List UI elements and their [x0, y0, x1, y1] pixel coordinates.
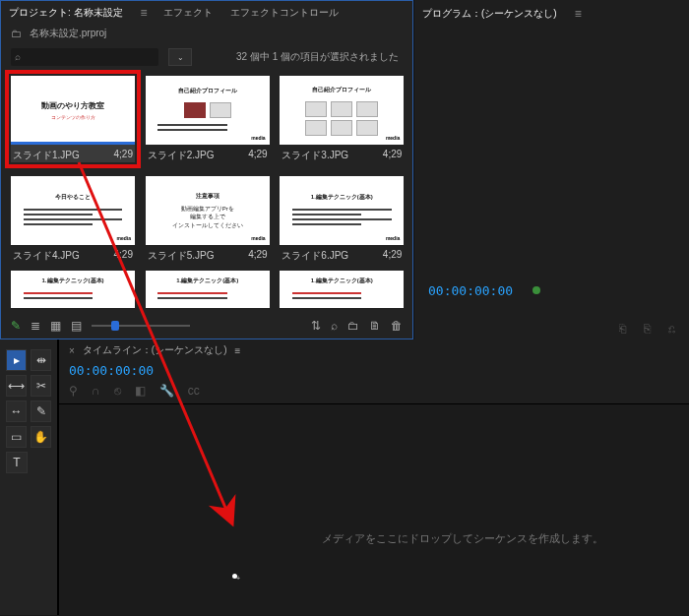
tab-effects[interactable]: エフェクト [161, 2, 215, 24]
timeline-panel: × タイムライン：(シーケンスなし) ≡ 00:00:00:00 ⚲ ∩ ⎋ ◧… [59, 339, 689, 615]
slip-tool[interactable]: ↔ [6, 400, 27, 422]
thumb-name: スライド2.JPG [148, 149, 215, 162]
thumb-slide-3[interactable]: 自己紹介プロフィール media スライド3.JPG 4;29 [280, 76, 404, 168]
thumb-name: スライド1.JPG [13, 149, 80, 162]
timeline-timecode: 00:00:00:00 [59, 361, 689, 384]
thumb-name: スライド3.JPG [282, 149, 348, 162]
thumb-title: 1.編集テクニック(基本) [311, 193, 373, 202]
track-select-tool[interactable]: ⇹ [31, 349, 51, 371]
list-view-icon[interactable]: ≣ [31, 319, 40, 333]
mark-out-icon[interactable]: ⎘ [644, 322, 651, 336]
delete-icon[interactable]: 🗑 [391, 319, 403, 333]
thumb-title: 今日やること [55, 193, 91, 202]
linked-selection-icon[interactable]: ⎋ [114, 384, 121, 398]
project-search-input[interactable] [11, 48, 158, 66]
thumb-title: 自己紹介プロフィール [312, 86, 371, 94]
thumb-duration: 4;29 [383, 149, 402, 162]
panel-menu-icon[interactable]: ≡ [141, 6, 148, 20]
thumb-title: 1.編集テクニック(基本) [311, 277, 373, 285]
thumb-title: 1.編集テクニック(基本) [176, 277, 238, 285]
thumb-slide-4[interactable]: 今日やること media スライド4.JPG 4;29 [11, 176, 135, 263]
snap-icon[interactable]: ⚲ [69, 384, 78, 398]
drag-cursor-icon: + [232, 572, 241, 581]
thumb-name: スライド4.JPG [13, 249, 80, 263]
thumb-subtitle: コンテンツの作り方 [51, 114, 95, 120]
rectangle-tool[interactable]: ▭ [6, 426, 27, 448]
thumb-duration: 4;29 [383, 249, 402, 263]
new-item-button-icon[interactable]: 🗎 [369, 319, 381, 333]
thumb-title: 1.編集テクニック(基本) [42, 277, 104, 285]
program-monitor-panel: プログラム：(シーケンスなし) ≡ 00:00:00:00 ⎗ ⎘ ⎌ [413, 0, 689, 339]
selection-status: 32 個中 1 個の項目が選択されました [236, 50, 403, 64]
close-tab-icon[interactable]: × [69, 345, 75, 356]
marker-icon[interactable]: ◧ [135, 384, 146, 398]
project-thumb-grid: 動画のやり方教室 コンテンツの作り方 スライド1.JPG 4;29 自己紹介プロ… [1, 70, 412, 313]
tools-panel: ▸ ⇹ ⟷ ✂ ↔ ✎ ▭ ✋ T [0, 339, 59, 615]
icon-view-icon[interactable]: ▦ [50, 319, 61, 333]
program-timecode: 00:00:00:00 [428, 283, 513, 298]
project-panel-footer: ✎ ≣ ▦ ▤ ⇅ ⌕ 🗀 🗎 🗑 [1, 313, 412, 339]
pen-tool[interactable]: ✎ [31, 400, 51, 422]
folder-icon: 🗀 [11, 28, 22, 39]
project-panel: プロジェクト: 名称未設定 ≡ エフェクト エフェクトコントロール 🗀 名称未設… [0, 0, 413, 339]
hand-tool[interactable]: ✋ [31, 426, 51, 448]
settings-icon[interactable]: 🔧 [159, 384, 174, 398]
sort-icon[interactable]: ⇅ [311, 319, 321, 333]
zoom-slider[interactable] [92, 325, 190, 327]
tab-program[interactable]: プログラム：(シーケンスなし) [420, 3, 559, 25]
export-frame-icon[interactable]: ⎌ [668, 322, 675, 336]
ripple-edit-tool[interactable]: ⟷ [6, 375, 27, 397]
program-controls: ⎗ ⎘ ⎌ [414, 322, 689, 336]
thumb-slide-2[interactable]: 自己紹介プロフィール media スライド2.JPG 4;29 [146, 76, 270, 168]
tab-project[interactable]: プロジェクト: 名称未設定 [7, 2, 125, 24]
type-tool[interactable]: T [6, 452, 28, 473]
filter-dropdown[interactable]: ⌄ [168, 48, 192, 66]
thumb-slide-6[interactable]: 1.編集テクニック(基本) media スライド6.JPG 4;29 [280, 176, 404, 263]
program-status-dot [532, 286, 540, 294]
thumb-slide-7[interactable]: 1.編集テクニック(基本) [11, 271, 135, 308]
project-panel-tabs: プロジェクト: 名称未設定 ≡ エフェクト エフェクトコントロール [1, 1, 412, 25]
thumb-duration: 4;29 [114, 149, 133, 162]
thumb-duration: 4;29 [248, 249, 267, 263]
project-filename: 名称未設定.prproj [30, 27, 106, 40]
project-breadcrumb: 🗀 名称未設定.prproj [1, 25, 412, 44]
timeline-drop-hint: メディアをここにドロップしてシーケンスを作成します。 [256, 531, 669, 546]
thumb-title: 動画のやり方教室 [41, 100, 104, 111]
caption-track-icon[interactable]: cc [188, 384, 200, 398]
freeform-view-icon[interactable]: ▤ [71, 319, 82, 333]
search-icon: ⌕ [15, 51, 21, 62]
thumb-name: スライド6.JPG [282, 249, 348, 263]
thumb-title: 注意事項 [196, 192, 219, 201]
new-item-icon[interactable]: ✎ [11, 319, 21, 333]
timeline-drop-area[interactable]: + メディアをここにドロップしてシーケンスを作成します。 [59, 403, 689, 615]
thumb-slide-1[interactable]: 動画のやり方教室 コンテンツの作り方 スライド1.JPG 4;29 [11, 76, 135, 168]
project-search-row: ⌕ ⌄ 32 個中 1 個の項目が選択されました [1, 44, 412, 70]
find-icon[interactable]: ⌕ [331, 319, 338, 333]
tab-timeline[interactable]: タイムライン：(シーケンスなし) [83, 343, 227, 357]
thumb-duration: 4;29 [248, 149, 267, 162]
thumb-title: 自己紹介プロフィール [178, 87, 237, 95]
selection-tool[interactable]: ▸ [6, 349, 27, 371]
thumb-slide-8[interactable]: 1.編集テクニック(基本) [146, 271, 270, 308]
thumb-slide-5[interactable]: 注意事項 動画編集アプリPrを 編集する上で インストールしてください medi… [146, 176, 270, 263]
mark-in-icon[interactable]: ⎗ [619, 322, 626, 336]
new-bin-icon[interactable]: 🗀 [347, 319, 359, 333]
panel-menu-icon[interactable]: ≡ [235, 345, 241, 356]
panel-menu-icon[interactable]: ≡ [575, 7, 582, 21]
tab-effect-controls[interactable]: エフェクトコントロール [228, 2, 341, 24]
razor-tool[interactable]: ✂ [31, 375, 51, 397]
magnet-icon[interactable]: ∩ [92, 384, 100, 398]
timeline-toolbar: ⚲ ∩ ⎋ ◧ 🔧 cc [59, 384, 689, 403]
thumb-duration: 4;29 [114, 249, 133, 263]
thumb-name: スライド5.JPG [148, 249, 215, 263]
thumb-slide-9[interactable]: 1.編集テクニック(基本) [280, 271, 404, 308]
